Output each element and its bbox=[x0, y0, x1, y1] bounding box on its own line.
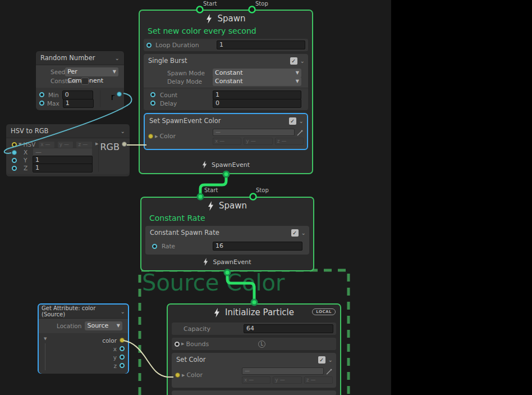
constant-spawn-rate-block[interactable]: Constant Spawn Rate ✓ ⌄ Rate 16 bbox=[145, 226, 309, 255]
expand-right-icon[interactable]: ▶ bbox=[155, 134, 158, 145]
hsv-y-field[interactable]: y— bbox=[57, 141, 74, 148]
y-output-port[interactable] bbox=[120, 355, 125, 360]
rate-port[interactable] bbox=[152, 244, 157, 249]
color-y-field[interactable]: y— bbox=[273, 376, 301, 384]
eyedropper-icon[interactable] bbox=[297, 129, 304, 136]
max-input[interactable]: 1 bbox=[63, 99, 94, 108]
chevron-down-icon[interactable]: ⌄ bbox=[300, 58, 305, 64]
hsv-y-port[interactable] bbox=[12, 158, 17, 163]
expand-down-icon[interactable]: ▼ bbox=[19, 142, 21, 147]
delay-mode-dropdown[interactable]: Constant▼ bbox=[213, 77, 301, 86]
dropdown-arrow-icon: ▼ bbox=[296, 69, 299, 78]
lightning-icon bbox=[206, 14, 212, 24]
location-dropdown[interactable]: Source▼ bbox=[85, 321, 122, 330]
delay-mode-label: Delay Mode bbox=[167, 78, 202, 85]
rate-input[interactable]: 16 bbox=[213, 242, 302, 251]
x-output-port[interactable] bbox=[120, 346, 125, 351]
min-input[interactable]: 0 bbox=[62, 90, 93, 99]
loop-duration-label: Loop Duration bbox=[155, 42, 199, 49]
lightning-icon bbox=[202, 161, 207, 169]
delay-label: Delay bbox=[160, 100, 177, 107]
single-burst-title: Single Burst bbox=[148, 57, 187, 65]
r-output-port[interactable] bbox=[117, 92, 122, 97]
location-label: Location bbox=[57, 323, 81, 329]
bounds-port[interactable] bbox=[175, 342, 180, 347]
chevron-down-icon[interactable]: ⌄ bbox=[301, 230, 306, 236]
hsv-z-input[interactable]: 1 bbox=[33, 164, 93, 172]
seed-label: Seed bbox=[51, 69, 65, 75]
spawn2-header: Spawn bbox=[141, 198, 313, 214]
lightning-icon bbox=[208, 201, 214, 211]
bounds-label: Bounds bbox=[186, 340, 209, 348]
group-title[interactable]: Source Color bbox=[142, 270, 285, 296]
delay-port[interactable] bbox=[150, 101, 155, 106]
random-number-node[interactable]: Random Number ⌄ Seed Per Component▼ Cons… bbox=[35, 51, 125, 110]
color-z-field[interactable]: z— bbox=[275, 138, 304, 145]
constant-checkbox[interactable]: ✓ bbox=[81, 78, 89, 85]
next-block-partial bbox=[172, 391, 336, 395]
spawn1-header: Spawn bbox=[140, 11, 312, 26]
color-swatch-field[interactable]: — bbox=[213, 129, 295, 136]
chevron-down-icon[interactable]: ⌄ bbox=[299, 118, 304, 124]
rgb-output-port[interactable] bbox=[122, 142, 127, 147]
expand-right-icon[interactable]: ▶ bbox=[181, 342, 184, 346]
z-output-port[interactable] bbox=[120, 363, 125, 368]
hsv-x-port[interactable] bbox=[12, 150, 17, 155]
lightning-icon bbox=[214, 308, 220, 317]
capacity-input[interactable]: 64 bbox=[244, 324, 333, 333]
hsv-input-port[interactable] bbox=[12, 142, 17, 147]
vfx-graph-canvas[interactable]: Source Color Start Stop Spawn Set new co… bbox=[0, 0, 532, 395]
get-attribute-node[interactable]: Get Attribute: color (Source) ⌄ Location… bbox=[38, 303, 129, 374]
collapse-down-icon[interactable]: ▼ bbox=[44, 337, 47, 341]
loop-duration-port[interactable] bbox=[146, 43, 152, 48]
lightning-icon bbox=[203, 258, 208, 266]
hsv-x-field[interactable]: x— bbox=[38, 141, 55, 148]
single-burst-block[interactable]: Single Burst ✓ ⌄ Spawn Mode Constant▼ De… bbox=[144, 54, 308, 110]
set-color-block[interactable]: Set Color ✓ ⌄ ▶ Color — x— bbox=[172, 353, 336, 388]
hsv-to-rgb-node[interactable]: HSV to RGB ⌄ ▼ HSV x— y— z— X — bbox=[6, 124, 130, 177]
spawnevent-color-port[interactable] bbox=[148, 134, 153, 139]
spawn2-stop-port-label: Stop bbox=[256, 187, 269, 193]
chevron-down-icon[interactable]: ⌄ bbox=[121, 308, 125, 315]
expand-right-icon[interactable]: ▶ bbox=[95, 142, 98, 146]
expand-right-icon[interactable]: ▶ bbox=[182, 373, 185, 384]
spawn-context-2[interactable]: Spawn Constant Rate Constant Spawn Rate … bbox=[140, 197, 314, 271]
spawn-context-1[interactable]: Spawn Set new color every second Loop Du… bbox=[139, 10, 313, 174]
color-x-field[interactable]: x— bbox=[242, 376, 270, 384]
set-color-checkbox[interactable]: ✓ bbox=[318, 356, 325, 364]
local-space-badge[interactable]: LOCAL bbox=[312, 308, 336, 315]
spawn1-note[interactable]: Set new color every second bbox=[140, 26, 312, 38]
set-color-title: Set Color bbox=[176, 356, 206, 364]
min-port[interactable] bbox=[39, 92, 44, 97]
color-y-field[interactable]: y— bbox=[244, 138, 272, 145]
delay-input[interactable]: 0 bbox=[213, 99, 301, 108]
max-port[interactable] bbox=[39, 101, 44, 106]
spawn1-stop-port-label: Stop bbox=[255, 1, 268, 7]
initialize-particle-node[interactable]: Initialize Particle LOCAL Capacity 64 ▶ … bbox=[167, 303, 341, 395]
color-output-port[interactable] bbox=[120, 338, 125, 343]
color-swatch-field[interactable]: — bbox=[242, 367, 324, 375]
loop-duration-row: Loop Duration 1 bbox=[144, 39, 308, 51]
count-input[interactable]: 1 bbox=[213, 90, 301, 99]
dropdown-arrow-icon: ▼ bbox=[117, 321, 120, 330]
set-color-label: Color bbox=[186, 371, 203, 384]
set-spawnevent-color-block[interactable]: Set SpawnEvent Color ✓ ⌄ ▶ Color — bbox=[144, 113, 308, 150]
single-burst-enabled-checkbox[interactable]: ✓ bbox=[290, 57, 297, 65]
hsv-z-port[interactable] bbox=[12, 166, 17, 171]
hsv-z-field[interactable]: z— bbox=[76, 141, 93, 148]
constant-spawn-rate-checkbox[interactable]: ✓ bbox=[291, 229, 299, 237]
z-output-label: z bbox=[113, 362, 117, 369]
loop-duration-input[interactable]: 1 bbox=[217, 40, 305, 49]
chevron-down-icon[interactable]: ⌄ bbox=[328, 357, 333, 363]
color-x-field[interactable]: x— bbox=[213, 138, 241, 145]
chevron-down-icon[interactable]: ⌄ bbox=[115, 55, 120, 61]
spawn-mode-dropdown[interactable]: Constant▼ bbox=[213, 69, 301, 78]
chevron-down-icon[interactable]: ⌄ bbox=[121, 128, 125, 134]
color-z-field[interactable]: z— bbox=[304, 376, 333, 384]
set-color-port[interactable] bbox=[175, 373, 180, 378]
set-spawnevent-color-checkbox[interactable]: ✓ bbox=[289, 117, 296, 125]
count-port[interactable] bbox=[150, 92, 155, 97]
seed-dropdown[interactable]: Per Component▼ bbox=[65, 67, 118, 76]
spawn2-note[interactable]: Constant Rate bbox=[141, 214, 313, 225]
eyedropper-icon[interactable] bbox=[326, 368, 333, 375]
